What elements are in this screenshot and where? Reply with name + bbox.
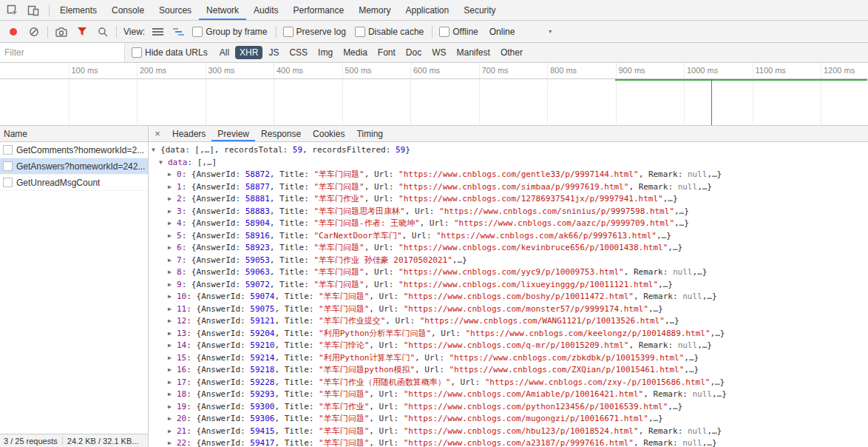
throttling-select[interactable]: Online ▼: [486, 27, 556, 37]
offline-checkbox[interactable]: Offline: [439, 27, 478, 37]
filter-other[interactable]: Other: [496, 46, 527, 59]
preview-array-entry[interactable]: ▶0: {AnswerId: 58872, Title: "羊车门问题", Ur…: [149, 169, 868, 181]
filter-ws[interactable]: WS: [427, 46, 450, 59]
triangle-collapsed-icon[interactable]: ▶: [168, 242, 177, 255]
triangle-collapsed-icon[interactable]: ▶: [168, 193, 177, 206]
preview-array-entry[interactable]: ▶10: {AnswerId: 59074, Title: "羊车门问题", U…: [149, 291, 868, 303]
preserve-log-checkbox[interactable]: Preserve log: [283, 27, 346, 37]
detail-tab-preview[interactable]: Preview: [211, 126, 255, 141]
tab-memory[interactable]: Memory: [351, 0, 398, 20]
preview-array-entry[interactable]: ▶12: {AnswerId: 59121, Title: "羊车门作业提交",…: [149, 315, 868, 328]
preview-array-entry[interactable]: ▶21: {AnswerId: 59415, Title: "羊车门问题", U…: [149, 426, 868, 438]
request-row[interactable]: GetUnreadMsgCount: [0, 175, 148, 191]
filter-input[interactable]: [0, 47, 124, 58]
preview-array-entry[interactable]: ▶11: {AnswerId: 59075, Title: "羊车门问题", U…: [149, 303, 868, 316]
filter-manifest[interactable]: Manifest: [452, 46, 495, 59]
triangle-collapsed-icon[interactable]: ▶: [168, 279, 177, 292]
detail-tab-headers[interactable]: Headers: [166, 126, 211, 141]
search-button[interactable]: [93, 23, 112, 40]
filter-img[interactable]: Img: [313, 46, 337, 59]
triangle-collapsed-icon[interactable]: ▶: [168, 303, 177, 316]
json-key: Url: [379, 340, 394, 350]
name-column-header[interactable]: Name: [0, 126, 148, 142]
tab-sources[interactable]: Sources: [152, 0, 199, 20]
preview-array-entry[interactable]: ▶8: {AnswerId: 59063, Title: "羊车门问题", Ur…: [149, 266, 868, 279]
triangle-collapsed-icon[interactable]: ▶: [168, 364, 177, 377]
request-row[interactable]: GetComments?homeworkId=2...: [0, 142, 148, 158]
tab-console[interactable]: Console: [104, 0, 152, 20]
triangle-collapsed-icon[interactable]: ▶: [168, 352, 177, 365]
filter-all[interactable]: All: [215, 46, 234, 59]
preview-array-entry[interactable]: ▶19: {AnswerId: 59300, Title: "羊车门作业", U…: [149, 401, 868, 414]
tab-audits[interactable]: Audits: [246, 0, 285, 20]
triangle-collapsed-icon[interactable]: ▶: [168, 389, 177, 401]
preview-array-entry[interactable]: ▶15: {AnswerId: 59214, Title: "利用Python计…: [149, 352, 868, 365]
close-icon[interactable]: ×: [149, 126, 166, 141]
preview-array-entry[interactable]: ▶20: {AnswerId: 59306, Title: "羊车门问题", U…: [149, 413, 868, 426]
hide-data-urls-checkbox[interactable]: Hide data URLs: [132, 47, 208, 58]
triangle-collapsed-icon[interactable]: ▶: [168, 206, 177, 218]
waterfall-overview[interactable]: [0, 79, 868, 126]
preview-array-entry[interactable]: ▶4: {AnswerId: 58904, Title: "羊车门问题-作者: …: [149, 218, 868, 230]
detail-tab-timing[interactable]: Timing: [350, 126, 389, 141]
group-by-frame-checkbox[interactable]: Group by frame: [192, 27, 267, 37]
filter-font[interactable]: Font: [373, 46, 400, 59]
tab-performance[interactable]: Performance: [285, 0, 351, 20]
disable-cache-checkbox[interactable]: Disable cache: [355, 27, 424, 37]
filter-media[interactable]: Media: [339, 46, 372, 59]
triangle-collapsed-icon[interactable]: ▶: [168, 401, 177, 414]
tab-application[interactable]: Application: [399, 0, 457, 20]
large-rows-toggle[interactable]: [148, 23, 167, 40]
preview-array-entry[interactable]: ▶16: {AnswerId: 59218, Title: "羊车门问题pyth…: [149, 364, 868, 377]
preview-array-entry[interactable]: ▶5: {AnswerId: 58916, Title: "CarNextDoo…: [149, 230, 868, 243]
triangle-collapsed-icon[interactable]: ▶: [168, 181, 177, 194]
preview-array-entry[interactable]: ▶6: {AnswerId: 58923, Title: "羊车门问题", Ur…: [149, 242, 868, 255]
triangle-collapsed-icon[interactable]: ▶: [168, 218, 177, 230]
device-toolbar-button[interactable]: [24, 1, 43, 19]
triangle-collapsed-icon[interactable]: ▶: [168, 377, 177, 389]
record-button[interactable]: [4, 23, 23, 40]
preview-array-entry[interactable]: ▶18: {AnswerId: 59293, Title: "羊车门问题", U…: [149, 389, 868, 401]
preview-root-row[interactable]: ▼{data: [,…], recordsTotal: 59, recordsF…: [149, 144, 868, 157]
filter-css[interactable]: CSS: [285, 46, 312, 59]
triangle-collapsed-icon[interactable]: ▶: [168, 169, 177, 181]
filter-toggle-button[interactable]: [72, 23, 92, 40]
triangle-expanded-icon[interactable]: ▼: [152, 144, 160, 157]
preview-array-entry[interactable]: ▶7: {AnswerId: 59053, Title: "羊车门作业 孙佳豪 …: [149, 255, 868, 267]
filter-doc[interactable]: Doc: [401, 46, 426, 59]
request-row[interactable]: GetAnswers?homeworkId=242...: [0, 158, 148, 175]
triangle-collapsed-icon[interactable]: ▶: [168, 255, 177, 267]
triangle-collapsed-icon[interactable]: ▶: [168, 426, 177, 438]
triangle-collapsed-icon[interactable]: ▶: [168, 328, 177, 340]
filter-js[interactable]: JS: [264, 46, 283, 59]
triangle-collapsed-icon[interactable]: ▶: [168, 266, 177, 279]
detail-tab-response[interactable]: Response: [255, 126, 307, 141]
preview-array-entry[interactable]: ▶13: {AnswerId: 59204, Title: "利用Python分…: [149, 328, 868, 340]
triangle-collapsed-icon[interactable]: ▶: [168, 413, 177, 426]
json-string: "https://www.cnblogs.com/boshy/p/1001147…: [404, 292, 634, 301]
screenshot-button[interactable]: [52, 23, 71, 40]
preview-array-entry[interactable]: ▶22: {AnswerId: 59417, Title: "羊车门问题", U…: [149, 437, 868, 447]
triangle-expanded-icon[interactable]: ▼: [159, 157, 168, 169]
triangle-collapsed-icon[interactable]: ▶: [168, 230, 177, 243]
filter-xhr[interactable]: XHR: [235, 46, 262, 59]
preview-data-row[interactable]: ▼data: [,…]: [149, 157, 868, 169]
preview-array-entry[interactable]: ▶14: {AnswerId: 59210, Title: "羊车门悖论", U…: [149, 340, 868, 352]
triangle-collapsed-icon[interactable]: ▶: [168, 291, 177, 303]
tab-elements[interactable]: Elements: [52, 0, 104, 20]
preview-array-entry[interactable]: ▶9: {AnswerId: 59072, Title: "羊车门问题", Ur…: [149, 279, 868, 292]
triangle-collapsed-icon[interactable]: ▶: [168, 315, 177, 328]
preview-array-entry[interactable]: ▶2: {AnswerId: 58881, Title: "羊车门作业", Ur…: [149, 193, 868, 206]
preview-array-entry[interactable]: ▶17: {AnswerId: 59228, Title: "羊车门作业（用随机…: [149, 377, 868, 389]
triangle-collapsed-icon[interactable]: ▶: [168, 340, 177, 352]
clear-button[interactable]: [24, 23, 44, 40]
preview-array-entry[interactable]: ▶3: {AnswerId: 58883, Title: "羊车门问题思考田康林…: [149, 206, 868, 218]
overview-toggle[interactable]: [169, 23, 188, 40]
main-split: Name GetComments?homeworkId=2...GetAnswe…: [0, 126, 868, 447]
detail-tab-cookies[interactable]: Cookies: [307, 126, 350, 141]
tab-network[interactable]: Network: [199, 0, 246, 20]
tab-security[interactable]: Security: [456, 0, 503, 20]
triangle-collapsed-icon[interactable]: ▶: [168, 437, 177, 447]
inspect-element-button[interactable]: [3, 1, 22, 19]
preview-array-entry[interactable]: ▶1: {AnswerId: 58877, Title: "羊车门问题", Ur…: [149, 181, 868, 194]
